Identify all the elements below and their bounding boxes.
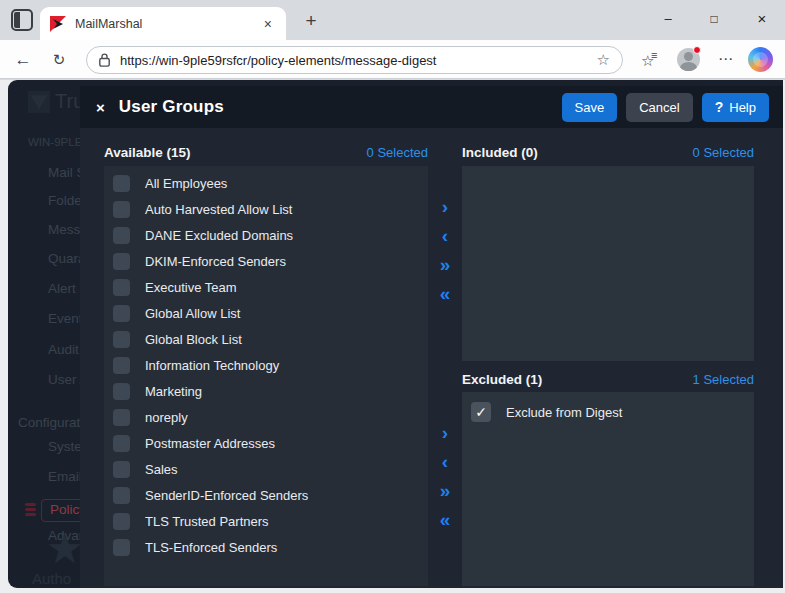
excluded-title: Excluded (1) [462,372,542,387]
window-minimize-button[interactable]: – [645,0,691,38]
item-label: Postmaster Addresses [145,436,275,451]
footer-star-icon: ★ [46,528,80,570]
window-maximize-button[interactable]: □ [691,0,737,38]
address-bar[interactable]: https://win-9ple59rsfcr/policy-elements/… [86,46,623,74]
item-checkbox[interactable] [113,201,130,218]
cancel-button[interactable]: Cancel [626,93,692,122]
trustwave-logo-icon [28,91,50,113]
reload-icon[interactable]: ↻ [46,47,72,73]
include-move-right-button[interactable]: › [428,197,462,219]
item-checkbox[interactable] [113,175,130,192]
copilot-icon[interactable] [748,47,773,72]
profile-notification-dot [693,46,701,54]
available-list-item[interactable]: Marketing [104,378,428,404]
available-list-item[interactable]: SenderID-Enforced Senders [104,482,428,508]
item-label: Information Technology [145,358,279,373]
sidebar-item-event: Event [48,311,80,331]
available-list-item[interactable]: Global Block List [104,326,428,352]
available-list-item[interactable]: Executive Team [104,274,428,300]
excluded-selected-count: 1 Selected [693,372,754,387]
item-label: Executive Team [145,280,237,295]
item-label: TLS Trusted Partners [145,514,269,529]
include-move-all-right-button[interactable]: » [428,255,462,277]
available-list-item[interactable]: DKIM-Enforced Senders [104,248,428,274]
include-move-left-button[interactable]: ‹ [428,226,462,248]
item-label: Marketing [145,384,202,399]
available-list-item[interactable]: All Employees [104,170,428,196]
available-list-item[interactable]: Postmaster Addresses [104,430,428,456]
item-checkbox[interactable] [113,279,130,296]
tab-strip: MailMarshal × + – □ × [0,0,785,40]
sidebar-item-configuratio: Configuratio [18,415,80,435]
exclude-move-all-left-button[interactable]: « [428,510,462,532]
item-checkbox[interactable] [113,305,130,322]
browser-window: MailMarshal × + – □ × ← ↻ https://win-9p… [0,0,785,593]
sidebar-item-policy: Policy [41,499,80,522]
favorite-star-icon[interactable]: ☆ [597,51,610,69]
back-icon[interactable]: ← [10,47,36,73]
lock-icon [99,53,110,67]
sidebar-item-folde: Folde [48,193,80,213]
excluded-list-item[interactable]: ✓Exclude from Digest [462,397,754,427]
available-list-item[interactable]: DANE Excluded Domains [104,222,428,248]
available-list-item[interactable]: Sales [104,456,428,482]
exclude-move-left-button[interactable]: ‹ [428,452,462,474]
dialog-header: × User Groups Save Cancel ?Help [80,86,783,128]
item-checkbox[interactable] [113,357,130,374]
included-list[interactable] [462,166,754,361]
save-button[interactable]: Save [562,93,618,122]
included-panel-header: Included (0) 0 Selected [462,141,754,163]
item-checkbox[interactable] [113,383,130,400]
new-tab-button[interactable]: + [296,8,326,34]
available-list-item[interactable]: noreply [104,404,428,430]
browser-tab[interactable]: MailMarshal × [40,7,286,40]
browser-menu-icon[interactable]: ⋯ [714,48,738,72]
available-list-item[interactable]: Information Technology [104,352,428,378]
item-checkbox[interactable] [113,253,130,270]
item-checkbox[interactable] [113,331,130,348]
page-background: Tru WIN-9PLE Mail SFoldeMessaQuaraAlertE… [0,80,785,593]
available-panel-header: Available (15) 0 Selected [104,141,428,163]
collections-lines-icon: ≡ [651,49,657,61]
collections-icon[interactable]: ☆ ≡ [641,52,654,70]
item-checkbox[interactable] [113,539,130,556]
help-question-icon: ? [715,99,724,115]
exclude-move-right-button[interactable]: › [428,423,462,445]
item-checkbox[interactable] [113,409,130,426]
include-move-all-left-button[interactable]: « [428,284,462,306]
available-list[interactable]: All EmployeesAuto Harvested Allow ListDA… [104,166,428,586]
item-label: Sales [145,462,178,477]
exclude-move-all-right-button[interactable]: » [428,481,462,503]
trustwave-brand: Tru [28,90,80,113]
item-label: Exclude from Digest [506,405,622,420]
item-label: All Employees [145,176,227,191]
excluded-list[interactable]: ✓Exclude from Digest [462,392,754,586]
item-checkbox[interactable] [113,513,130,530]
url-text[interactable]: https://win-9ple59rsfcr/policy-elements/… [120,53,597,68]
item-checkbox[interactable]: ✓ [471,402,491,422]
item-checkbox[interactable] [113,461,130,478]
excluded-panel-header: Excluded (1) 1 Selected [462,368,754,390]
tab-actions-icon[interactable] [11,9,33,31]
item-checkbox[interactable] [113,227,130,244]
item-label: Auto Harvested Allow List [145,202,292,217]
available-list-item[interactable]: Global Allow List [104,300,428,326]
included-selected-count: 0 Selected [693,145,754,160]
mailmarshal-favicon [50,16,66,32]
available-list-item[interactable]: Auto Harvested Allow List [104,196,428,222]
included-title: Included (0) [462,145,538,160]
available-list-item[interactable]: TLS-Enforced Senders [104,534,428,560]
item-label: DANE Excluded Domains [145,228,293,243]
item-checkbox[interactable] [113,435,130,452]
modal-overlay: Tru WIN-9PLE Mail SFoldeMessaQuaraAlertE… [8,80,783,588]
available-selected-count: 0 Selected [367,145,428,160]
app-sidebar-dimmed: Tru WIN-9PLE Mail SFoldeMessaQuaraAlertE… [8,80,80,588]
sidebar-item-audit: Audit [48,342,79,362]
window-close-button[interactable]: × [739,0,785,38]
tab-close-icon[interactable]: × [260,16,276,32]
sidebar-item-messa: Messa [48,222,80,242]
dialog-close-icon[interactable]: × [96,99,105,116]
available-list-item[interactable]: TLS Trusted Partners [104,508,428,534]
item-checkbox[interactable] [113,487,130,504]
help-button[interactable]: ?Help [702,93,769,122]
